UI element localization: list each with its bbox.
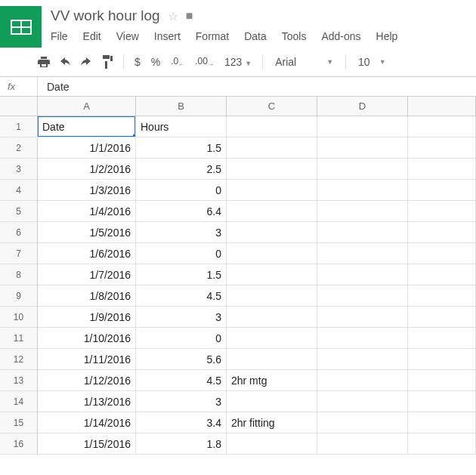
cell[interactable]: 2.5 [136,159,227,180]
menu-file[interactable]: File [51,27,76,45]
menu-insert[interactable]: Insert [147,27,188,45]
font-select[interactable]: Arial▼ [269,56,339,68]
row-header[interactable]: 14 [0,391,38,412]
cell[interactable]: 0 [136,243,227,264]
cell[interactable] [317,116,408,137]
cell[interactable]: 1/11/2016 [38,349,136,370]
row-header[interactable]: 1 [0,116,38,137]
cell[interactable]: 1.8 [136,433,227,455]
cell[interactable] [227,307,317,328]
cell[interactable] [317,180,408,201]
row-header[interactable]: 4 [0,180,38,201]
cell[interactable]: 1.5 [136,137,227,159]
star-icon[interactable]: ☆ [168,9,178,23]
col-header-b[interactable]: B [136,97,227,116]
cell[interactable] [317,370,408,391]
cell[interactable] [408,285,476,307]
cell[interactable]: 1/15/2016 [38,433,136,455]
cell[interactable] [408,159,476,180]
cell[interactable] [227,328,317,349]
cell[interactable] [317,412,408,433]
cell[interactable] [227,159,317,180]
cell[interactable]: 1/1/2016 [38,137,136,159]
cell[interactable] [408,201,476,222]
row-header[interactable]: 2 [0,137,38,159]
row-header[interactable]: 15 [0,412,38,433]
cell[interactable]: 3.4 [136,412,227,433]
cell[interactable] [227,349,317,370]
cell[interactable] [317,222,408,243]
cell[interactable] [317,243,408,264]
cell[interactable]: 1/2/2016 [38,159,136,180]
cell[interactable]: 1.5 [136,264,227,285]
more-formats-button[interactable]: 123 ▼ [220,56,256,68]
cell[interactable]: 3 [136,391,227,412]
row-header[interactable]: 16 [0,433,38,455]
cell[interactable] [227,433,317,455]
folder-icon[interactable]: ■ [186,9,193,23]
col-header-d[interactable]: D [317,97,408,116]
cell[interactable] [227,264,317,285]
cell[interactable]: 1/4/2016 [38,201,136,222]
cell[interactable]: 4.5 [136,285,227,307]
decrease-decimal-button[interactable]: .0← [166,56,189,68]
currency-button[interactable]: $ [130,56,145,68]
cell[interactable] [408,243,476,264]
cell[interactable] [408,264,476,285]
print-icon[interactable] [34,54,54,70]
formula-input[interactable]: Date [38,81,476,93]
cell[interactable] [317,433,408,455]
cell[interactable] [408,391,476,412]
menu-addons[interactable]: Add-ons [314,27,368,45]
cell[interactable] [317,328,408,349]
redo-icon[interactable] [76,54,96,70]
cell[interactable]: 1/6/2016 [38,243,136,264]
cell[interactable]: 1/9/2016 [38,307,136,328]
cell[interactable]: 1/14/2016 [38,412,136,433]
cell[interactable] [408,137,476,159]
menu-tools[interactable]: Tools [274,27,314,45]
cell[interactable]: 1/3/2016 [38,180,136,201]
cell[interactable] [227,201,317,222]
cell[interactable] [408,328,476,349]
col-header-c[interactable]: C [227,97,317,116]
percent-button[interactable]: % [147,56,165,68]
cell[interactable] [227,243,317,264]
cell[interactable]: 3 [136,307,227,328]
cell[interactable]: 3 [136,222,227,243]
cell[interactable] [408,222,476,243]
cell[interactable] [408,180,476,201]
cell[interactable] [408,349,476,370]
cell[interactable]: 0 [136,328,227,349]
menu-data[interactable]: Data [236,27,274,45]
cell[interactable] [317,264,408,285]
cell[interactable]: 1/13/2016 [38,391,136,412]
document-title[interactable]: VV work hour log [51,8,160,24]
col-header-e[interactable] [408,97,476,116]
row-header[interactable]: 8 [0,264,38,285]
cell[interactable]: 5.6 [136,349,227,370]
cell[interactable]: 2hr mtg [227,370,317,391]
menu-view[interactable]: View [109,27,147,45]
cell[interactable]: 1/7/2016 [38,264,136,285]
row-header[interactable]: 6 [0,222,38,243]
cell[interactable]: 2hr fitting [227,412,317,433]
cell[interactable]: 1/10/2016 [38,328,136,349]
row-header[interactable]: 3 [0,159,38,180]
cell[interactable]: 1/8/2016 [38,285,136,307]
menu-format[interactable]: Format [188,27,236,45]
sheets-logo[interactable] [0,6,42,48]
select-all-corner[interactable] [0,97,38,116]
row-header[interactable]: 10 [0,307,38,328]
cell[interactable]: 0 [136,180,227,201]
row-header[interactable]: 12 [0,349,38,370]
row-header[interactable]: 13 [0,370,38,391]
menu-edit[interactable]: Edit [76,27,109,45]
font-size-select[interactable]: 10▼ [352,56,392,68]
cell[interactable] [317,201,408,222]
paint-format-icon[interactable] [97,54,117,70]
cell[interactable]: 6.4 [136,201,227,222]
row-header[interactable]: 7 [0,243,38,264]
cell[interactable] [408,433,476,455]
undo-icon[interactable] [55,54,75,70]
